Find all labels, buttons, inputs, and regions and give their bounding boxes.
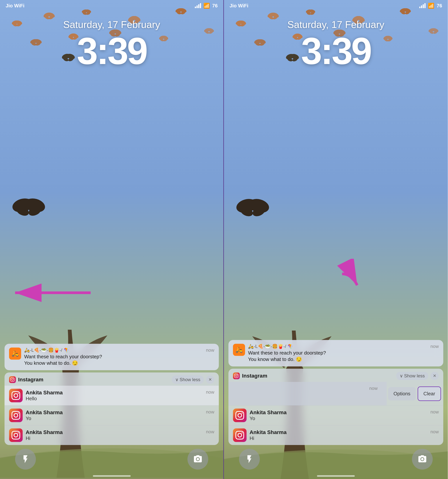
ig-icon-3-left [9,428,23,442]
show-less-btn-left[interactable]: ∨ Show less [172,375,204,384]
close-btn-right[interactable]: ✕ [430,372,439,380]
instagram-logo-left [9,376,16,383]
chevron-down-icon-left: ∨ [175,377,178,382]
carrier-right: Jio WiFi [230,3,248,9]
food-notif-time-left: now [206,347,214,353]
carrier-left: Jio WiFi [6,3,24,9]
svg-text:🛵: 🛵 [12,350,19,357]
ig-first-row-container-right: now Options Clear [228,382,443,405]
battery-right: 76 [437,3,442,9]
ig-notif-content-1-left: Ankita Sharma Hello [26,390,203,402]
flashlight-btn-left[interactable] [15,449,36,470]
wifi-icon-left: 📶 [203,3,210,9]
clock-area-left: Saturday, 17 February 3:39 [0,19,223,70]
ig-icon-2-left [9,409,23,422]
clock-date-right: Saturday, 17 February [224,19,448,30]
close-btn-left[interactable]: ✕ [206,375,214,384]
food-notif-icon-right: 🛵 [233,344,245,356]
notifications-area-left: 🛵 🛵-L🍕-🥗-🍔🍟-/ 🪁 now Want these to reach … [0,344,223,445]
food-notif-left[interactable]: 🛵 🛵-L🍕-🥗-🍔🍟-/ 🪁 now Want these to reach … [5,344,219,370]
clock-time-right: 3:39 [224,32,448,70]
options-btn-right[interactable]: Options [388,387,416,400]
ig-notif-content-3-left: Ankita Sharma Hi [26,429,203,441]
show-less-btn-right[interactable]: ∨ Show less [396,372,428,380]
ig-notif-row-3-left[interactable]: Ankita Sharma Hi now [5,425,219,445]
instagram-group-right: Instagram ∨ Show less ✕ [228,369,443,445]
ig-icon-2-right [233,409,247,422]
status-bar-left: Jio WiFi 📶 76 [0,0,223,11]
ig-notif-row-swiped-right[interactable]: now [228,382,387,405]
ig-notif-row-2-right[interactable]: Ankita Sharma Yo now [228,405,443,425]
food-notif-content-left: 🛵-L🍕-🥗-🍔🍟-/ 🪁 now Want these to reach yo… [24,347,214,366]
camera-btn-left[interactable] [187,449,208,470]
ig-notif-row-2-left[interactable]: Ankita Sharma Yo now [5,405,219,425]
status-right-left: 📶 76 [195,3,218,9]
right-screen: Jio WiFi 📶 76 Saturday, 17 February 3:39… [224,0,448,479]
clear-btn-right[interactable]: Clear [418,386,441,401]
instagram-header-right: Instagram ∨ Show less ✕ [228,369,443,382]
ig-notif-content-3-right: Ankita Sharma Hi [250,429,428,441]
wifi-icon-right: 📶 [428,3,435,9]
svg-text:🛵: 🛵 [236,346,243,353]
food-notif-header-right: 🛵-L🍕-🥗-🍔🍟-/ 🪁 now [248,344,439,349]
instagram-logo-right [233,373,240,379]
clock-date-left: Saturday, 17 February [0,19,223,30]
bottom-controls-right [224,449,448,470]
clock-time-left: 3:39 [0,32,223,70]
ig-notif-row-3-right[interactable]: Ankita Sharma Hi now [228,425,443,445]
food-notif-text-left: Want these to reach your doorstep? You k… [24,353,214,366]
home-indicator-left [93,475,131,477]
chevron-down-icon-right: ∨ [400,373,403,379]
camera-btn-right[interactable] [412,449,433,470]
food-notif-icon-left: 🛵 [9,347,21,360]
food-notif-text-right: Want these to reach your doorstep? You k… [248,350,439,363]
battery-left: 76 [212,3,218,9]
ig-icon-1-left [9,389,23,402]
home-indicator-right [317,475,355,477]
instagram-label-right: Instagram [242,373,394,379]
flashlight-btn-right[interactable] [239,449,260,470]
food-notif-right[interactable]: 🛵 🛵-L🍕-🥗-🍔🍟-/ 🪁 now Want these to reach … [228,340,443,366]
food-notif-content-right: 🛵-L🍕-🥗-🍔🍟-/ 🪁 now Want these to reach yo… [248,344,439,363]
status-right-right: 📶 76 [419,3,442,9]
instagram-label-left: Instagram [18,377,170,383]
signal-icon-left [195,3,201,8]
ig-notif-row-1-left[interactable]: Ankita Sharma Hello now [5,386,219,405]
notifications-area-right: 🛵 🛵-L🍕-🥗-🍔🍟-/ 🪁 now Want these to reach … [224,340,448,445]
ig-notif-content-2-right: Ankita Sharma Yo [250,410,428,421]
ig-icon-3-right [233,428,247,442]
food-notif-header-left: 🛵-L🍕-🥗-🍔🍟-/ 🪁 now [24,347,214,353]
ig-notif-content-2-left: Ankita Sharma Yo [26,410,203,421]
instagram-group-left: Instagram ∨ Show less ✕ Ankita Sharma He… [5,373,219,445]
signal-icon-right [419,3,426,8]
instagram-header-left: Instagram ∨ Show less ✕ [5,373,219,386]
status-bar-right: Jio WiFi 📶 76 [224,0,448,11]
left-screen: Jio WiFi 📶 76 Saturday, 17 February 3:39… [0,0,224,479]
bottom-controls-left [0,449,223,470]
food-app-name-left: 🛵-L🍕-🥗-🍔🍟-/ 🪁 [24,347,69,353]
food-app-name-right: 🛵-L🍕-🥗-🍔🍟-/ 🪁 [248,344,293,349]
food-notif-time-right: now [430,344,439,349]
clock-area-right: Saturday, 17 February 3:39 [224,19,448,70]
swipe-actions-right: Options Clear [386,382,443,405]
